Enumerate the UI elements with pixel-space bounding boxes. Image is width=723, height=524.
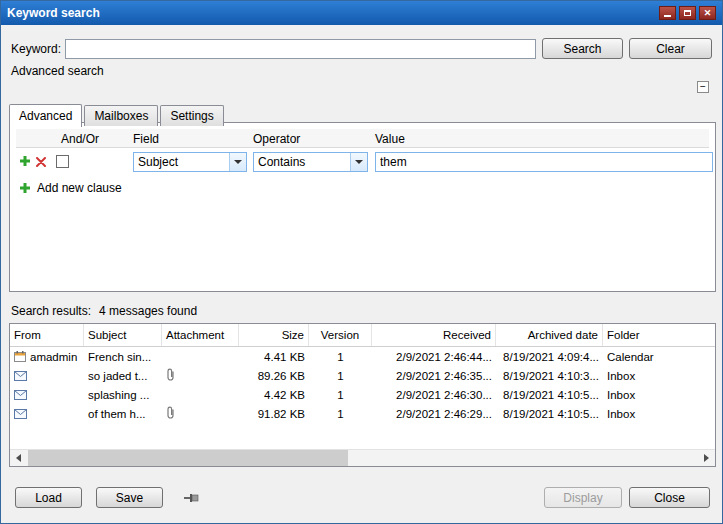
maximize-button[interactable] <box>679 6 696 20</box>
field-select[interactable]: Subject <box>133 152 247 172</box>
value-column-header: Value <box>375 132 405 146</box>
scroll-left-button[interactable] <box>10 450 27 466</box>
advanced-tab-panel: And/Or Field Operator Value Subject Cont… <box>9 122 716 292</box>
tab-advanced[interactable]: Advanced <box>9 104 82 127</box>
column-header-size[interactable]: Size <box>239 324 309 346</box>
chevron-down-icon <box>350 153 367 171</box>
cell-subject: French sin... <box>84 347 162 366</box>
keyword-input[interactable] <box>65 39 536 59</box>
add-new-clause-link[interactable]: Add new clause <box>16 179 122 197</box>
paperclip-icon <box>166 368 175 383</box>
add-new-clause-label: Add new clause <box>37 181 122 195</box>
cell-attachment <box>162 347 239 366</box>
footer-bar: Load Save Display Close <box>1 487 722 513</box>
from-text: amadmin <box>30 351 77 363</box>
cell-received: 2/9/2021 2:46:29... <box>372 404 496 423</box>
plus-icon <box>19 182 31 194</box>
close-dialog-button[interactable]: Close <box>629 487 710 508</box>
arrow-right-icon <box>704 454 709 462</box>
cell-archived-date: 8/19/2021 4:10:3... <box>496 366 603 385</box>
results-summary-label: Search results: <box>11 304 91 318</box>
column-header-received[interactable]: Received <box>372 324 496 346</box>
cell-size: 91.82 KB <box>239 404 309 423</box>
operator-select[interactable]: Contains <box>253 152 368 172</box>
minimize-button[interactable] <box>659 6 676 20</box>
cell-from <box>10 404 84 423</box>
table-row[interactable]: splashing ... 4.42 KB 1 2/9/2021 2:46:30… <box>10 385 715 404</box>
field-select-value: Subject <box>134 155 229 169</box>
cell-attachment <box>162 366 239 385</box>
cell-subject: of them h... <box>84 404 162 423</box>
clause-value-input[interactable] <box>375 152 713 172</box>
advanced-search-label[interactable]: Advanced search <box>11 64 104 78</box>
envelope-icon <box>14 409 27 419</box>
cell-subject: splashing ... <box>84 385 162 404</box>
remove-clause-x-icon[interactable] <box>36 157 46 167</box>
close-icon: ✕ <box>704 9 712 18</box>
scroll-right-button[interactable] <box>698 450 715 466</box>
cell-received: 2/9/2021 2:46:35... <box>372 366 496 385</box>
arrow-left-icon <box>16 454 21 462</box>
cell-attachment <box>162 404 239 423</box>
operator-select-value: Contains <box>254 155 350 169</box>
load-button[interactable]: Load <box>15 487 82 508</box>
clause-header-row: And/Or Field Operator Value <box>16 129 709 148</box>
clause-row: Subject Contains <box>16 150 709 174</box>
column-header-version[interactable]: Version <box>309 324 372 346</box>
cell-from <box>10 366 84 385</box>
titlebar[interactable]: Keyword search ✕ <box>1 1 722 25</box>
cell-version: 1 <box>309 347 372 366</box>
display-button[interactable]: Display <box>544 487 622 508</box>
cell-archived-date: 8/19/2021 4:10:5... <box>496 385 603 404</box>
cell-folder: Inbox <box>603 404 715 423</box>
horizontal-scrollbar[interactable] <box>10 449 715 466</box>
window-title: Keyword search <box>7 6 656 20</box>
calendar-item-icon <box>14 351 26 362</box>
cell-folder: Calendar <box>603 347 715 366</box>
results-summary: Search results: 4 messages found <box>11 304 197 318</box>
cell-archived-date: 8/19/2021 4:10:5... <box>496 404 603 423</box>
cell-version: 1 <box>309 385 372 404</box>
results-table: From Subject Attachment Size Version Rec… <box>9 323 716 467</box>
tab-strip: Advanced Mailboxes Settings <box>9 104 226 126</box>
cell-attachment <box>162 385 239 404</box>
keyword-label: Keyword: <box>11 42 65 56</box>
cell-size: 4.41 KB <box>239 347 309 366</box>
tab-settings[interactable]: Settings <box>160 105 223 126</box>
cell-folder: Inbox <box>603 385 715 404</box>
scrollbar-thumb[interactable] <box>28 450 348 466</box>
cell-size: 89.26 KB <box>239 366 309 385</box>
envelope-icon <box>14 390 27 400</box>
column-header-from[interactable]: From <box>10 324 84 346</box>
table-row[interactable]: of them h... 91.82 KB 1 2/9/2021 2:46:29… <box>10 404 715 423</box>
tab-mailboxes[interactable]: Mailboxes <box>84 105 158 126</box>
cell-from: amadmin <box>10 347 84 366</box>
add-clause-plus-icon[interactable] <box>19 155 31 167</box>
keyword-row: Keyword: Search Clear <box>11 38 712 59</box>
save-button[interactable]: Save <box>96 487 163 508</box>
cell-version: 1 <box>309 366 372 385</box>
collapse-toggle[interactable]: − <box>697 81 709 93</box>
table-row[interactable]: amadmin French sin... 4.41 KB 1 2/9/2021… <box>10 347 715 366</box>
column-header-attachment[interactable]: Attachment <box>162 324 239 346</box>
keyword-search-window: Keyword search ✕ Keyword: Search Clear A… <box>0 0 723 524</box>
cell-received: 2/9/2021 2:46:30... <box>372 385 496 404</box>
column-header-folder[interactable]: Folder <box>603 324 715 346</box>
search-button[interactable]: Search <box>542 38 623 59</box>
chevron-down-icon <box>229 153 246 171</box>
operator-column-header: Operator <box>253 132 300 146</box>
cell-received: 2/9/2021 2:46:44... <box>372 347 496 366</box>
pin-icon[interactable] <box>184 493 200 503</box>
clear-button[interactable]: Clear <box>629 38 712 59</box>
results-summary-count: 4 messages found <box>99 304 197 318</box>
cell-size: 4.42 KB <box>239 385 309 404</box>
andor-column-header: And/Or <box>61 132 99 146</box>
cell-from <box>10 385 84 404</box>
table-row[interactable]: so jaded t... 89.26 KB 1 2/9/2021 2:46:3… <box>10 366 715 385</box>
column-header-archived-date[interactable]: Archived date <box>496 324 603 346</box>
cell-subject: so jaded t... <box>84 366 162 385</box>
close-button[interactable]: ✕ <box>699 6 716 20</box>
column-header-subject[interactable]: Subject <box>84 324 162 346</box>
paperclip-icon <box>166 406 175 421</box>
clause-checkbox[interactable] <box>56 155 69 168</box>
